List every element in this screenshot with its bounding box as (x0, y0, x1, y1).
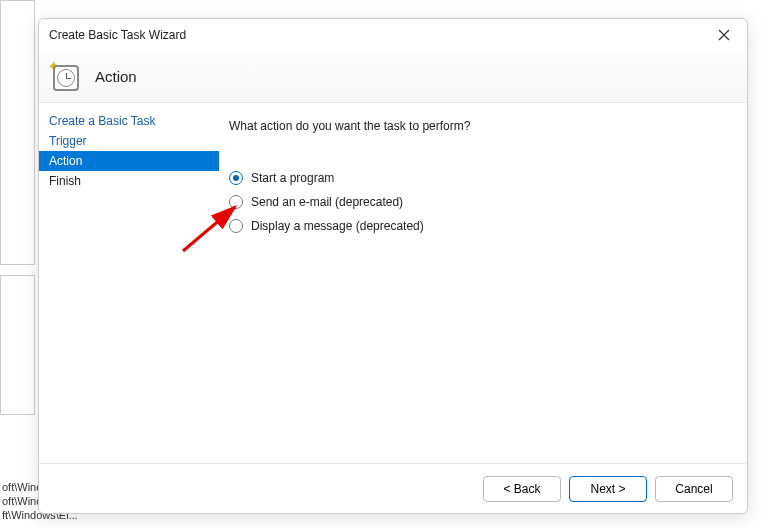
dialog-footer: < Back Next > Cancel (39, 463, 747, 513)
prompt-text: What action do you want the task to perf… (229, 119, 727, 133)
nav-trigger[interactable]: Trigger (39, 131, 219, 151)
close-button[interactable] (711, 22, 737, 48)
radio-label: Start a program (251, 171, 334, 185)
radio-icon (229, 195, 243, 209)
radio-icon (229, 171, 243, 185)
radio-label: Display a message (deprecated) (251, 219, 424, 233)
radio-send-email[interactable]: Send an e-mail (deprecated) (229, 195, 727, 209)
close-icon (718, 29, 730, 41)
wizard-dialog: Create Basic Task Wizard ✦ Action Create… (38, 18, 748, 514)
cancel-button[interactable]: Cancel (655, 476, 733, 502)
bg-panel-top (0, 0, 35, 265)
bg-panel-mid (0, 275, 35, 415)
nav-action[interactable]: Action (39, 151, 219, 171)
nav-create-basic-task[interactable]: Create a Basic Task (39, 111, 219, 131)
content-area: What action do you want the task to perf… (219, 103, 747, 463)
radio-label: Send an e-mail (deprecated) (251, 195, 403, 209)
radio-display-message[interactable]: Display a message (deprecated) (229, 219, 727, 233)
nav-finish[interactable]: Finish (39, 171, 219, 191)
next-button[interactable]: Next > (569, 476, 647, 502)
back-button[interactable]: < Back (483, 476, 561, 502)
page-title: Action (95, 68, 137, 85)
wizard-nav: Create a Basic Task Trigger Action Finis… (39, 103, 219, 463)
clock-icon (53, 65, 79, 91)
radio-icon (229, 219, 243, 233)
wizard-icon: ✦ (49, 61, 81, 93)
titlebar: Create Basic Task Wizard (39, 19, 747, 51)
radio-start-program[interactable]: Start a program (229, 171, 727, 185)
dialog-body: Create a Basic Task Trigger Action Finis… (39, 103, 747, 463)
header-band: ✦ Action (39, 51, 747, 103)
dialog-title: Create Basic Task Wizard (49, 28, 711, 42)
